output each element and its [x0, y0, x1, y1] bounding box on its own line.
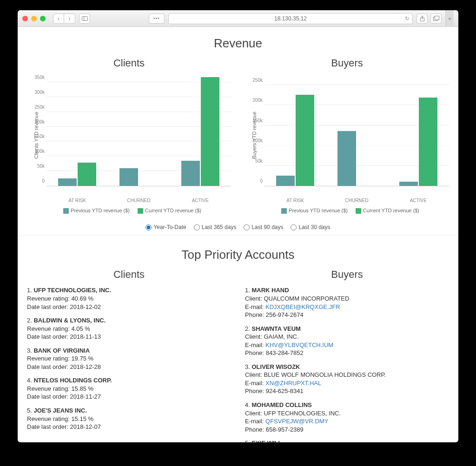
titlebar: ‹ › ••• 18.130.35.12 ↻ +	[18, 10, 458, 27]
priority-buyer-item: 2. SHAWNTA VEUMClient: GAIAM, INC.E-mail…	[245, 325, 449, 357]
legend-swatch-cur	[138, 208, 143, 214]
svg-rect-5	[435, 16, 439, 20]
y-tick: 150k	[31, 134, 45, 139]
priority-buyers-list: 1. MARK HANDClient: QUALCOMM INCORPORATE…	[245, 286, 449, 442]
buyer-email-link[interactable]: KDJXQBEI@KRQXGE.JFR	[265, 303, 340, 310]
x-tick: ACTIVE	[388, 196, 449, 203]
y-tick: 300k	[31, 89, 45, 94]
buyers-legend: Previous YTD revenue ($) Current YTD rev…	[245, 208, 449, 214]
close-window-icon[interactable]	[22, 16, 28, 21]
sidebar-toggle-button[interactable]	[79, 13, 90, 24]
clients-chart: Clients YTD revenue 050k100k150k200k250k…	[27, 75, 231, 196]
period-radio[interactable]	[244, 224, 250, 230]
bar	[58, 178, 77, 186]
legend-label-prev: Previous YTD revenue ($)	[71, 208, 130, 213]
buyers-x-labels: AT RISKCHURNEDACTIVE	[264, 196, 449, 203]
address-bar[interactable]: 18.130.35.12 ↻	[168, 13, 413, 24]
bar	[181, 161, 200, 186]
period-option[interactable]: Last 90 days	[244, 224, 283, 230]
y-tick: 250k	[249, 77, 263, 82]
y-tick: 350k	[31, 74, 45, 79]
y-tick: 0	[31, 178, 45, 184]
tabs-button[interactable]	[430, 13, 442, 24]
svg-rect-0	[82, 16, 87, 20]
zoom-window-icon[interactable]	[40, 16, 46, 21]
period-radio[interactable]	[194, 224, 200, 230]
legend-label-cur: Current YTD revenue ($)	[363, 208, 419, 213]
period-option[interactable]: Last 365 days	[194, 224, 237, 230]
bar	[201, 77, 219, 186]
priority-client-item: 1. UFP TECHNOLOGIES, INC.Revenue rating:…	[27, 286, 231, 311]
minimize-window-icon[interactable]	[31, 16, 37, 21]
clients-chart-title: Clients	[27, 57, 231, 69]
y-tick: 200k	[249, 98, 263, 103]
y-tick: 0	[249, 178, 263, 184]
priority-clients-list: 1. UFP TECHNOLOGIES, INC.Revenue rating:…	[27, 286, 231, 431]
bar	[419, 98, 437, 186]
y-tick: 50k	[249, 158, 263, 163]
page-content: Revenue Clients Clients YTD revenue 050k…	[18, 27, 458, 442]
window-controls	[22, 16, 46, 21]
priority-buyer-item: 5. EXIE WILLClient: LEXICON PHARMACEUTIC…	[245, 439, 449, 442]
reload-icon[interactable]: ↻	[405, 15, 410, 22]
buyers-chart-title: Buyers	[245, 57, 449, 69]
section-divider	[18, 235, 458, 236]
share-button[interactable]	[416, 13, 428, 24]
priority-buyers-title: Buyers	[245, 269, 449, 281]
legend-swatch-prev	[281, 208, 287, 214]
tabs-icon	[433, 16, 439, 21]
priority-buyer-item: 4. MOHAMED COLLINSClient: UFP TECHNOLOGI…	[245, 401, 449, 433]
buyer-email-link[interactable]: QFSVPEJW@VR.DMY	[265, 418, 328, 425]
bar	[276, 176, 295, 186]
period-radio[interactable]	[145, 224, 152, 230]
x-tick: CHURNED	[108, 196, 169, 203]
bar	[296, 95, 314, 186]
new-tab-button[interactable]: +	[445, 10, 454, 27]
period-option[interactable]: Year-To-Date	[145, 224, 186, 230]
bar	[78, 163, 96, 186]
page-title: Revenue	[27, 36, 449, 51]
priority-client-item: 5. JOE'S JEANS INC.Revenue rating: 15.15…	[27, 407, 231, 431]
priority-client-item: 4. NTELOS HOLDINGS CORP.Revenue rating: …	[27, 376, 231, 401]
clients-legend: Previous YTD revenue ($) Current YTD rev…	[27, 208, 231, 214]
forward-button[interactable]: ›	[64, 13, 75, 24]
priority-client-item: 2. BALDWIN & LYONS, INC.Revenue rating: …	[27, 316, 231, 341]
priority-buyer-item: 3. OLIVER WISOZKClient: BLUE WOLF MONGOL…	[245, 363, 449, 395]
back-button[interactable]: ‹	[53, 13, 64, 24]
y-tick: 100k	[31, 149, 45, 154]
priority-clients-title: Clients	[27, 269, 231, 281]
legend-swatch-cur	[356, 208, 361, 214]
buyers-chart: Buyers YTD revenue 050k100k150k200k250k	[245, 75, 449, 196]
x-tick: AT RISK	[46, 196, 108, 203]
period-radio[interactable]	[291, 224, 297, 230]
x-tick: ACTIVE	[170, 196, 231, 203]
priority-client-item: 3. BANK OF VIRGINIARevenue rating: 19.75…	[27, 347, 231, 371]
bar	[399, 182, 418, 186]
bar	[119, 168, 138, 186]
y-tick: 150k	[249, 118, 263, 123]
y-tick: 250k	[31, 104, 45, 109]
legend-swatch-prev	[63, 208, 69, 214]
address-text: 18.130.35.12	[274, 15, 307, 22]
browser-window: ‹ › ••• 18.130.35.12 ↻ + Revenue Clients	[18, 10, 458, 442]
x-tick: CHURNED	[326, 196, 387, 203]
y-tick: 100k	[249, 138, 263, 143]
sidebar-icon	[82, 16, 88, 21]
y-tick: 200k	[31, 119, 45, 124]
site-settings-button[interactable]: •••	[149, 13, 165, 24]
legend-label-cur: Current YTD revenue ($)	[145, 208, 201, 213]
x-tick: AT RISK	[264, 196, 326, 203]
legend-label-prev: Previous YTD revenue ($)	[289, 208, 348, 213]
clients-x-labels: AT RISKCHURNEDACTIVE	[46, 196, 231, 203]
buyer-email-link[interactable]: KHV@YLBVQETCH.IUM	[265, 341, 333, 348]
buyer-email-link[interactable]: XN@ZHRUPXT.HAL	[265, 380, 321, 387]
period-option[interactable]: Last 30 days	[291, 224, 330, 230]
priority-buyer-item: 1. MARK HANDClient: QUALCOMM INCORPORATE…	[245, 286, 449, 319]
bar	[337, 131, 356, 186]
top-priority-title: Top Priority Accounts	[27, 248, 449, 262]
y-tick: 50k	[31, 164, 45, 169]
period-filter: Year-To-DateLast 365 daysLast 90 daysLas…	[27, 224, 449, 230]
nav-back-forward: ‹ ›	[53, 13, 75, 24]
share-icon	[420, 16, 425, 21]
